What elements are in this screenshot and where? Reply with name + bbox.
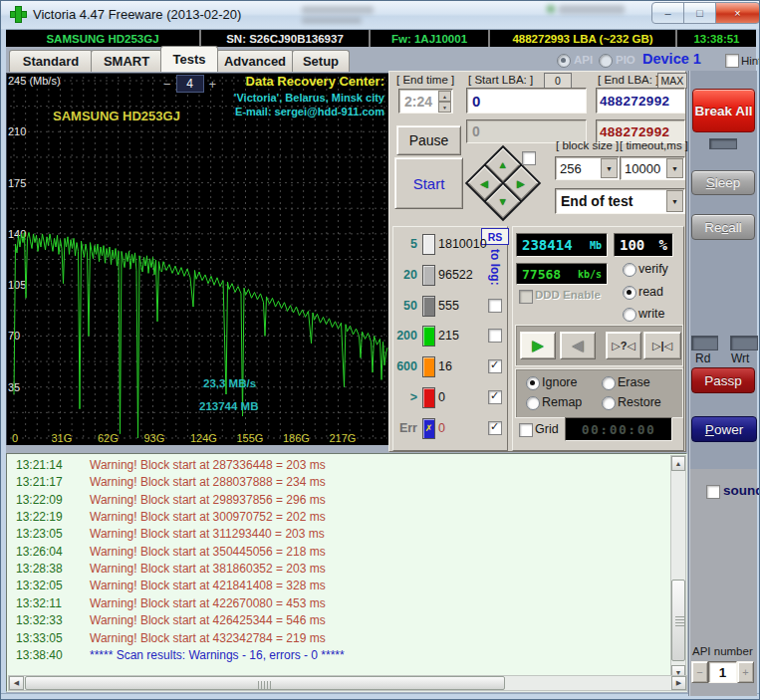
- break-all-button[interactable]: Break All: [692, 89, 755, 132]
- svg-text:0: 0: [12, 432, 18, 444]
- timeout-label: [ timeout,ms ]: [620, 139, 688, 151]
- grid-checkbox[interactable]: [519, 423, 533, 437]
- tab-tests[interactable]: Tests: [160, 46, 218, 72]
- ignore-radio[interactable]: [526, 376, 540, 390]
- graph-model-label: SAMSUNG HD253GJ: [53, 109, 180, 123]
- horizontal-scroll-thumb[interactable]: [25, 676, 505, 690]
- zoom-out-button[interactable]: −: [163, 77, 171, 92]
- stat-log-checkbox-200[interactable]: [488, 329, 502, 343]
- wrt-label: Wrt: [731, 351, 749, 365]
- stat-log-checkbox-600[interactable]: [488, 359, 502, 373]
- end-lba-value: 488272992: [600, 94, 669, 109]
- end-time-spinner[interactable]: 2:24 ▲▼: [398, 89, 453, 114]
- log-timestamp: 13:28:38: [16, 562, 73, 576]
- pause-button[interactable]: Pause: [396, 125, 461, 155]
- stat-log-checkbox-50[interactable]: [488, 299, 502, 313]
- stat-row-200: 200215: [393, 325, 507, 349]
- start-lba-zero-button[interactable]: 0: [544, 73, 572, 89]
- api-number-minus-button[interactable]: −: [691, 661, 708, 683]
- scroll-up-icon[interactable]: ▲: [671, 456, 685, 471]
- test-action-select[interactable]: End of test ▼: [555, 188, 685, 214]
- tab-standard[interactable]: Standard: [9, 50, 93, 72]
- block-size-select[interactable]: 256 ▼: [555, 156, 620, 180]
- to-end-icon: ▷|◁: [652, 340, 672, 352]
- percent-value: 100: [620, 237, 644, 253]
- svg-text:31G: 31G: [52, 432, 73, 444]
- start-lba-input[interactable]: 0: [466, 88, 587, 114]
- tab-advanced[interactable]: Advanced: [216, 50, 294, 72]
- log-timestamp: 13:22:09: [16, 493, 73, 507]
- error-block-icon: ✗: [422, 418, 435, 439]
- sleep-button[interactable]: Sleep: [691, 170, 755, 195]
- svg-text:217G: 217G: [330, 432, 357, 444]
- dropdown-arrow-icon[interactable]: ▼: [601, 158, 618, 178]
- dropdown-arrow-icon[interactable]: ▼: [666, 190, 683, 212]
- ddd-enable-checkbox[interactable]: [519, 290, 533, 304]
- play-button[interactable]: ▶: [520, 332, 556, 359]
- block-size-label: [ block size ]: [556, 139, 619, 151]
- log-message: Warning! Block start at 288037888 = 234 …: [90, 475, 326, 489]
- end-lba-label: [ End LBA: ]: [598, 74, 658, 86]
- scroll-right-icon[interactable]: ▶: [671, 676, 686, 690]
- svg-text:93G: 93G: [144, 432, 165, 444]
- stat-log-checkbox->[interactable]: [488, 390, 502, 404]
- scroll-left-icon[interactable]: ◀: [9, 676, 24, 690]
- restore-radio[interactable]: [602, 396, 616, 410]
- maximize-button[interactable]: □: [683, 2, 716, 24]
- api-label: API: [574, 54, 593, 66]
- verify-radio[interactable]: [623, 263, 636, 277]
- api-number-plus-button[interactable]: +: [737, 661, 754, 683]
- stat-log-checkbox-Err[interactable]: [488, 421, 502, 435]
- zoom-in-button[interactable]: +: [209, 77, 217, 92]
- stat-count: 555: [438, 299, 459, 313]
- timeout-select[interactable]: 10000 ▼: [620, 156, 685, 180]
- spin-down-icon[interactable]: ▼: [438, 102, 451, 113]
- svg-text:175: 175: [8, 177, 26, 189]
- tab-smart[interactable]: SMART: [91, 50, 162, 72]
- log-message: Warning! Block start at 426425344 = 546 …: [90, 613, 326, 627]
- power-button[interactable]: Power: [691, 416, 757, 442]
- stat-row-5: 51810010: [393, 233, 507, 257]
- passport-button[interactable]: Passp: [691, 367, 755, 393]
- skip-button[interactable]: ▷?◁: [606, 332, 641, 359]
- remap-label: Remap: [542, 395, 582, 409]
- erase-radio[interactable]: [602, 376, 616, 390]
- read-radio[interactable]: [623, 286, 636, 300]
- pio-radio[interactable]: [599, 54, 613, 68]
- remap-radio[interactable]: [526, 396, 540, 410]
- test-action-value: End of test: [561, 193, 633, 209]
- rewind-button[interactable]: ◀: [560, 332, 596, 359]
- minimize-button[interactable]: –: [651, 2, 684, 24]
- write-radio[interactable]: [623, 308, 636, 322]
- end-lba-input[interactable]: 488272992: [596, 88, 685, 114]
- start-button[interactable]: Start: [394, 157, 463, 209]
- tab-setup[interactable]: Setup: [292, 50, 350, 72]
- rewind-icon: ◀: [572, 337, 584, 354]
- stat-row-Err: Err✗0: [393, 417, 507, 441]
- sound-checkbox[interactable]: [706, 485, 720, 499]
- recall-button[interactable]: Recall: [691, 214, 755, 240]
- stat-row-600: 60016: [393, 355, 507, 379]
- nav-option-checkbox[interactable]: [522, 151, 536, 165]
- hints-checkbox[interactable]: [725, 54, 739, 68]
- max-button[interactable]: MAX: [657, 73, 687, 89]
- api-radio[interactable]: [557, 54, 571, 68]
- log-horizontal-scrollbar[interactable]: ◀ ▶: [8, 675, 687, 691]
- grid-label: Grid: [535, 422, 559, 436]
- spinner-arrows[interactable]: ▲▼: [438, 91, 451, 113]
- latency-block-icon: [422, 296, 435, 317]
- log-vertical-scrollbar[interactable]: ▲ ▼: [670, 455, 686, 681]
- close-button[interactable]: ×: [715, 2, 760, 24]
- stat-count: 215: [438, 329, 459, 343]
- current-position-note: 213744 MB: [199, 400, 258, 412]
- stat-threshold-label: 5: [393, 237, 417, 251]
- to-end-button[interactable]: ▷|◁: [643, 332, 681, 359]
- dropdown-arrow-icon[interactable]: ▼: [666, 158, 683, 178]
- timer-display: 00:00:00: [565, 417, 672, 441]
- title-bar[interactable]: Victoria 4.47 Freeware (2013-02-20) – □ …: [1, 1, 760, 30]
- spin-up-icon[interactable]: ▲: [438, 91, 451, 102]
- banner-line1: Data Recovery Center:: [234, 74, 384, 91]
- event-log[interactable]: 13:21:14Warning! Block start at 28733644…: [6, 453, 687, 692]
- vertical-scroll-thumb[interactable]: [671, 580, 685, 661]
- position-display: 238414 Mb: [516, 233, 608, 257]
